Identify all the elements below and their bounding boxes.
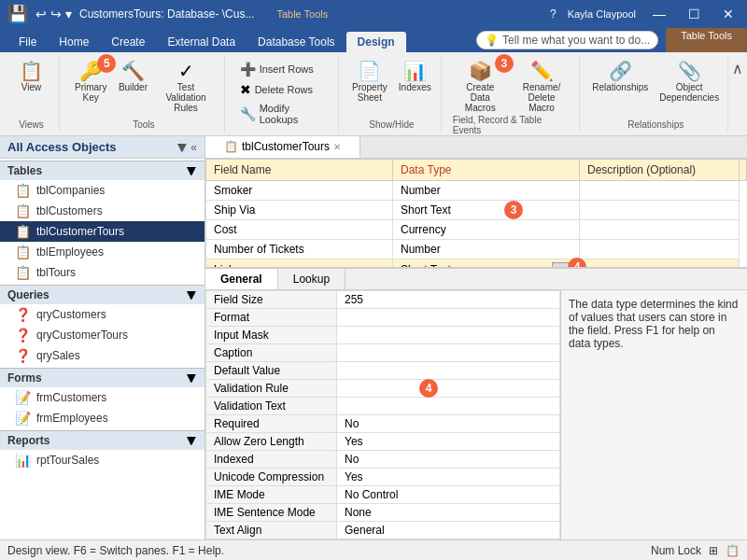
rename-delete-macro-button[interactable]: ✏️ Rename/Delete Macro bbox=[512, 60, 572, 115]
minimize-button[interactable]: — bbox=[647, 5, 671, 23]
field-name-cell[interactable]: Link bbox=[206, 259, 393, 268]
prop-value[interactable] bbox=[337, 362, 560, 380]
prop-row-indexed[interactable]: Indexed No bbox=[206, 451, 560, 469]
field-name-cell[interactable]: Number of Tickets bbox=[206, 240, 393, 259]
indexes-button[interactable]: 📊 Indexes bbox=[395, 60, 435, 94]
maximize-button[interactable]: ☐ bbox=[683, 5, 706, 23]
prop-row-imesentence[interactable]: IME Sentence Mode None bbox=[206, 504, 560, 522]
tab-create[interactable]: Create bbox=[100, 32, 156, 52]
prop-row-validrule[interactable]: Validation Rule 4 bbox=[206, 380, 560, 398]
datasheet-view-icon[interactable]: 📋 bbox=[726, 544, 740, 557]
tables-section-toggle[interactable]: ⯆ bbox=[186, 164, 197, 177]
builder-button[interactable]: 🔨 Builder bbox=[114, 60, 151, 94]
nav-item-qryCustomerTours[interactable]: ❓ qryCustomerTours bbox=[0, 325, 204, 345]
table-row[interactable]: Number of Tickets Number bbox=[206, 240, 747, 259]
table-row-link[interactable]: Link Short Text ▼ 4 bbox=[206, 259, 747, 268]
table-row[interactable]: Smoker Number bbox=[206, 181, 747, 201]
insert-rows-button[interactable]: ➕ Insert Rows bbox=[236, 60, 331, 78]
nav-header-toggle[interactable]: ⯆ « bbox=[176, 141, 197, 154]
nav-item-tblEmployees[interactable]: 📋 tblEmployees bbox=[0, 242, 204, 262]
desc-cell[interactable] bbox=[580, 240, 740, 259]
table-row[interactable]: Ship Via Short Text 3 bbox=[206, 201, 747, 220]
prop-row-defaultvalue[interactable]: Default Value bbox=[206, 362, 560, 380]
nav-item-frmEmployees[interactable]: 📝 frmEmployees bbox=[0, 408, 204, 428]
tab-database-tools[interactable]: Database Tools bbox=[247, 32, 346, 52]
desc-cell[interactable] bbox=[580, 181, 740, 201]
object-dependencies-button[interactable]: 📎 ObjectDependencies bbox=[655, 60, 723, 105]
field-name-cell[interactable]: Cost bbox=[206, 220, 393, 240]
desc-cell[interactable] bbox=[580, 220, 740, 240]
data-type-cell[interactable]: Number bbox=[393, 181, 580, 201]
nav-section-forms[interactable]: Forms ⯆ bbox=[0, 368, 204, 387]
tell-me-input[interactable]: 💡 Tell me what you want to do... bbox=[476, 31, 658, 49]
nav-section-queries[interactable]: Queries ⯆ bbox=[0, 285, 204, 304]
table-tab-tblCustomerTours[interactable]: 📋 tblCustomerTours ✕ bbox=[205, 136, 360, 158]
nav-item-tblCompanies[interactable]: 📋 tblCompanies bbox=[0, 180, 204, 201]
field-name-cell[interactable]: Smoker bbox=[206, 181, 393, 201]
nav-section-tables[interactable]: Tables ⯆ bbox=[0, 161, 204, 180]
prop-value[interactable] bbox=[337, 398, 560, 415]
data-type-cell[interactable]: Short Text 3 bbox=[393, 201, 580, 220]
prop-value[interactable]: Yes bbox=[337, 433, 560, 451]
prop-row-unicode[interactable]: Unicode Compression Yes bbox=[206, 469, 560, 486]
view-button[interactable]: 📋 View bbox=[13, 60, 50, 94]
props-tab-lookup[interactable]: Lookup bbox=[278, 269, 345, 289]
prop-value[interactable]: No bbox=[337, 451, 560, 469]
desc-cell[interactable] bbox=[580, 259, 740, 268]
nav-item-frmCustomers[interactable]: 📝 frmCustomers bbox=[0, 387, 204, 408]
data-type-cell[interactable]: Short Text ▼ 4 bbox=[393, 259, 580, 268]
prop-row-validtext[interactable]: Validation Text bbox=[206, 398, 560, 415]
table-tab-close[interactable]: ✕ bbox=[333, 142, 341, 152]
table-row[interactable]: Cost Currency bbox=[206, 220, 747, 240]
prop-row-format[interactable]: Format bbox=[206, 309, 560, 327]
prop-value[interactable]: General bbox=[337, 522, 560, 539]
prop-row-imemode[interactable]: IME Mode No Control bbox=[206, 486, 560, 504]
layout-view-icon[interactable]: ⊞ bbox=[709, 544, 718, 557]
prop-value[interactable]: Yes bbox=[337, 469, 560, 486]
prop-row-caption[interactable]: Caption bbox=[206, 344, 560, 362]
ribbon-collapse-btn[interactable]: ∧ bbox=[732, 56, 743, 132]
help-button[interactable]: ? bbox=[550, 7, 557, 21]
field-name-cell[interactable]: Ship Via bbox=[206, 201, 393, 220]
prop-value[interactable]: No Control bbox=[337, 486, 560, 504]
nav-item-qryCustomers[interactable]: ❓ qryCustomers bbox=[0, 304, 204, 325]
queries-section-toggle[interactable]: ⯆ bbox=[186, 288, 197, 301]
prop-row-fieldsize[interactable]: Field Size 255 bbox=[206, 291, 560, 309]
prop-row-inputmask[interactable]: Input Mask bbox=[206, 327, 560, 344]
tab-design[interactable]: Design bbox=[346, 32, 406, 52]
modify-lookups-button[interactable]: 🔧 Modify Lookups bbox=[236, 101, 331, 127]
nav-item-tblCustomers[interactable]: 📋 tblCustomers bbox=[0, 201, 204, 221]
customize-qat-button[interactable]: ▾ bbox=[65, 7, 72, 21]
test-validation-button[interactable]: ✓ Test ValidationRules bbox=[155, 60, 216, 115]
nav-item-tblTours[interactable]: 📋 tblTours bbox=[0, 262, 204, 283]
nav-item-rptTourSales[interactable]: 📊 rptTourSales bbox=[0, 450, 204, 470]
tab-external-data[interactable]: External Data bbox=[156, 32, 247, 52]
prop-value[interactable] bbox=[337, 344, 560, 362]
prop-value[interactable]: 4 bbox=[337, 380, 560, 398]
redo-button[interactable]: ↪ bbox=[50, 7, 62, 21]
data-type-cell[interactable]: Currency bbox=[393, 220, 580, 240]
prop-value[interactable]: No bbox=[337, 415, 560, 433]
prop-row-required[interactable]: Required No bbox=[206, 415, 560, 433]
nav-section-reports[interactable]: Reports ⯆ bbox=[0, 430, 204, 450]
prop-row-textalign[interactable]: Text Align General bbox=[206, 522, 560, 539]
prop-value[interactable]: 255 bbox=[337, 291, 560, 309]
delete-rows-button[interactable]: ✖ Delete Rows bbox=[236, 80, 331, 99]
property-sheet-button[interactable]: 📄 PropertySheet bbox=[348, 60, 391, 105]
relationships-button[interactable]: 🔗 Relationships bbox=[588, 60, 652, 94]
prop-value[interactable]: None bbox=[337, 504, 560, 522]
nav-header[interactable]: All Access Objects ⯆ « bbox=[0, 136, 204, 159]
props-tab-general[interactable]: General bbox=[205, 269, 278, 289]
data-type-cell[interactable]: Number bbox=[393, 240, 580, 259]
close-button[interactable]: ✕ bbox=[717, 5, 740, 23]
nav-item-qrySales[interactable]: ❓ qrySales bbox=[0, 345, 204, 366]
undo-button[interactable]: ↩ bbox=[35, 7, 47, 21]
tab-home[interactable]: Home bbox=[48, 32, 100, 52]
prop-value[interactable] bbox=[337, 327, 560, 344]
tab-file[interactable]: File bbox=[7, 32, 48, 52]
nav-item-tblCustomerTours[interactable]: 📋 tblCustomerTours bbox=[0, 221, 204, 242]
reports-section-toggle[interactable]: ⯆ bbox=[186, 434, 197, 447]
desc-cell[interactable] bbox=[580, 201, 740, 220]
prop-value[interactable] bbox=[337, 309, 560, 327]
prop-row-allowzerolength[interactable]: Allow Zero Length Yes bbox=[206, 433, 560, 451]
